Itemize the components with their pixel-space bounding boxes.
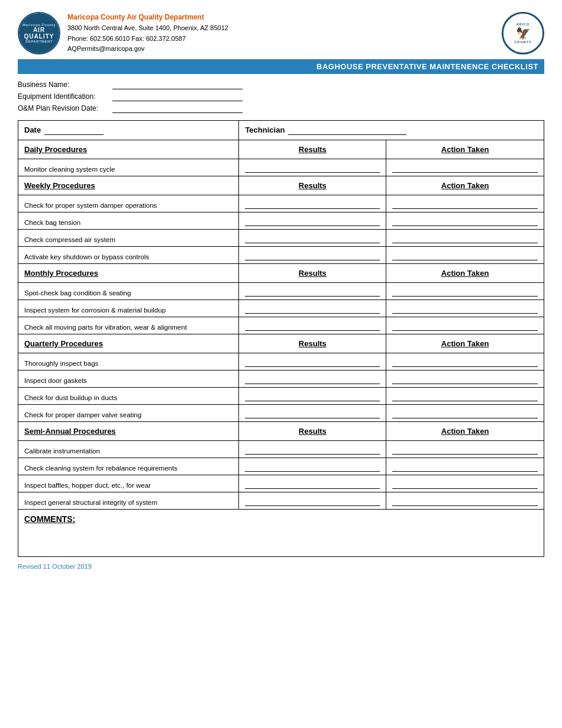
revised-text: Revised 11 October 2019	[18, 563, 92, 570]
weekly-action-input-3[interactable]	[392, 250, 538, 260]
monthly-action-input-1[interactable]	[392, 303, 538, 314]
quarterly-results-input-1[interactable]	[245, 373, 380, 384]
semi-annual-action-input-3[interactable]	[392, 495, 538, 506]
semi-annual-results-input-3[interactable]	[245, 495, 380, 506]
equipment-id-row: Equipment Identification:	[18, 92, 544, 101]
quarterly-results-1	[239, 371, 386, 388]
semi-annual-results-input-2[interactable]	[245, 478, 380, 489]
monthly-results-2	[239, 317, 386, 334]
daily-action-input-0[interactable]	[392, 162, 538, 173]
logo-sub: DEPARTMENT	[25, 40, 53, 43]
semi-annual-results-1	[239, 458, 386, 475]
oam-plan-label: O&M Plan Revision Date:	[18, 104, 112, 112]
monthly-results-header: Results	[239, 264, 386, 283]
monthly-action-input-0[interactable]	[392, 286, 538, 297]
weekly-results-1	[239, 212, 386, 230]
semi-annual-results-3	[239, 492, 386, 510]
org-name: Maricopa County Air Quality Department	[67, 12, 228, 23]
quarterly-label-2: Check for dust buildup in ducts	[18, 388, 239, 405]
semi-annual-results-input-1[interactable]	[245, 461, 380, 472]
quarterly-action-input-1[interactable]	[392, 373, 538, 384]
daily-results-header: Results	[239, 140, 386, 159]
semi-annual-action-3	[386, 492, 544, 510]
weekly-results-input-1[interactable]	[245, 215, 380, 226]
equipment-id-input[interactable]	[112, 92, 243, 101]
weekly-action-input-1[interactable]	[392, 215, 538, 226]
semi-annual-label-2: Inspect baffles, hopper duct, etc., for …	[18, 475, 239, 492]
semi-annual-results-input-0[interactable]	[245, 444, 380, 455]
quarterly-action-input-3[interactable]	[392, 408, 538, 418]
monthly-row-0: Spot-check bag condition & seating	[18, 283, 544, 300]
page-title: BAGHOUSE PREVENTATIVE MAINTENENCE CHECKL…	[316, 62, 538, 71]
monthly-title: Monthly Procedures	[18, 264, 239, 283]
daily-results-input-0[interactable]	[245, 162, 380, 173]
semi-annual-label-1: Check cleaning system for rebalance requ…	[18, 458, 239, 475]
technician-cell: Technician	[239, 121, 544, 140]
monthly-label-1: Inspect system for corrosion & material …	[18, 300, 239, 317]
semi-annual-action-input-2[interactable]	[392, 478, 538, 489]
phone-fax: Phone: 602.506.6010 Fax: 602.372.0587	[67, 34, 228, 44]
weekly-action-header: Action Taken	[386, 176, 544, 195]
header-right: ARICO 🦅 COUNTY	[502, 12, 544, 54]
monthly-results-input-0[interactable]	[245, 286, 380, 297]
daily-title: Daily Procedures	[18, 140, 239, 159]
quarterly-action-input-2[interactable]	[392, 391, 538, 401]
header-contact: Maricopa County Air Quality Department 3…	[67, 12, 228, 54]
weekly-action-input-2[interactable]	[392, 233, 538, 243]
monthly-results-input-2[interactable]	[245, 320, 380, 331]
address: 3800 North Central Ave, Suite 1400, Phoe…	[67, 23, 228, 34]
daily-action-header: Action Taken	[386, 140, 544, 159]
quarterly-row-0: Thoroughly inspect bags	[18, 353, 544, 371]
header-left: Maricopa County AIR QUALITY DEPARTMENT M…	[18, 12, 228, 54]
quarterly-action-input-0[interactable]	[392, 356, 538, 367]
quarterly-row-3: Check for proper damper valve seating	[18, 405, 544, 422]
date-input[interactable]	[44, 125, 104, 135]
semi-annual-label-3: Inspect general structural integrity of …	[18, 492, 239, 510]
quarterly-label-0: Thoroughly inspect bags	[18, 353, 239, 371]
equipment-id-label: Equipment Identification:	[18, 92, 112, 101]
email: AQPermits@maricopa.gov	[67, 44, 228, 54]
weekly-results-input-0[interactable]	[245, 198, 380, 209]
semi-annual-row-0: Calibrate instrumentation	[18, 441, 544, 458]
monthly-action-1	[386, 300, 544, 317]
quarterly-results-input-3[interactable]	[245, 408, 380, 418]
weekly-label-2: Check compressed air system	[18, 230, 239, 247]
county-seal: ARICO 🦅 COUNTY	[502, 12, 544, 54]
monthly-action-0	[386, 283, 544, 300]
semi-annual-action-header: Action Taken	[386, 422, 544, 441]
title-bar: BAGHOUSE PREVENTATIVE MAINTENENCE CHECKL…	[18, 59, 544, 74]
quarterly-action-1	[386, 371, 544, 388]
technician-label: Technician	[245, 125, 285, 134]
logo-main: AIR QUALITY	[19, 27, 59, 40]
weekly-results-input-2[interactable]	[245, 233, 380, 243]
semi-annual-action-input-1[interactable]	[392, 461, 538, 472]
semi-annual-action-0	[386, 441, 544, 458]
quarterly-results-input-2[interactable]	[245, 391, 380, 401]
quarterly-action-header: Action Taken	[386, 334, 544, 353]
quarterly-action-2	[386, 388, 544, 405]
weekly-label-0: Check for proper system damper operation…	[18, 195, 239, 212]
business-name-input[interactable]	[112, 80, 243, 89]
monthly-label-0: Spot-check bag condition & seating	[18, 283, 239, 300]
quarterly-results-input-0[interactable]	[245, 356, 380, 367]
quarterly-row-1: Inspect door gaskets	[18, 371, 544, 388]
weekly-results-input-3[interactable]	[245, 250, 380, 260]
business-name-label: Business Name:	[18, 80, 112, 89]
semi-annual-action-input-0[interactable]	[392, 444, 538, 455]
quarterly-action-0	[386, 353, 544, 371]
weekly-label-3: Activate key shutdown or bypass controls	[18, 247, 239, 264]
date-cell: Date	[18, 121, 239, 140]
date-label: Date	[24, 125, 41, 134]
date-tech-row: Date Technician	[18, 121, 544, 140]
oam-plan-input[interactable]	[112, 104, 243, 113]
technician-input[interactable]	[288, 125, 406, 135]
monthly-results-input-1[interactable]	[245, 303, 380, 314]
monthly-results-1	[239, 300, 386, 317]
semi-annual-title: Semi-Annual Procedures	[18, 422, 239, 441]
monthly-row-1: Inspect system for corrosion & material …	[18, 300, 544, 317]
form-fields: Business Name: Equipment Identification:…	[18, 80, 544, 113]
page-header: Maricopa County AIR QUALITY DEPARTMENT M…	[18, 12, 544, 54]
monthly-action-input-2[interactable]	[392, 320, 538, 331]
quarterly-results-3	[239, 405, 386, 422]
weekly-action-input-0[interactable]	[392, 198, 538, 209]
